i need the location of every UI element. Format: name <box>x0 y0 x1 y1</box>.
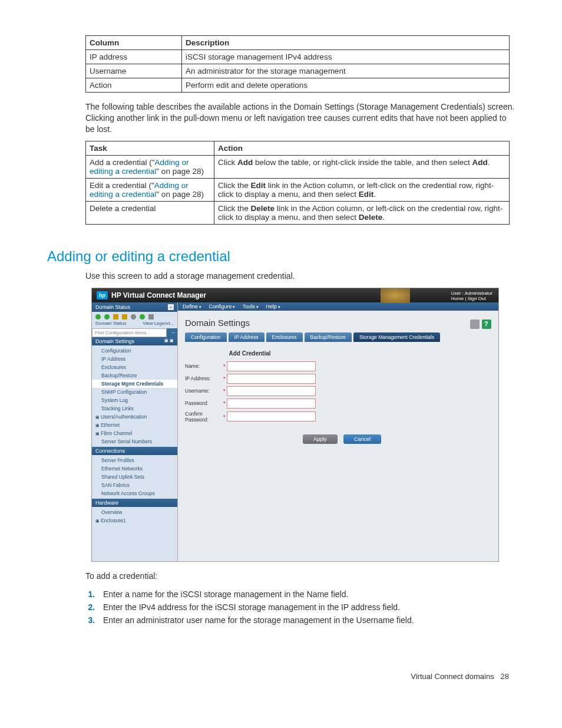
menu-help[interactable]: Help <box>266 304 280 309</box>
status-warn-icon <box>113 314 118 319</box>
page-title: Domain Settings <box>185 318 491 328</box>
step-item: Enter the IPv4 address for the iSCSI sto… <box>97 602 515 612</box>
nav-item-users-auth[interactable]: Users/Authentication <box>92 413 177 421</box>
tab-configuration[interactable]: Configuration <box>185 332 227 342</box>
nav-list-domain: Configuration IP Address Enclosures Back… <box>92 345 177 447</box>
nav-item-enclosure1[interactable]: Enclosure1 <box>92 516 177 525</box>
tab-enclosures[interactable]: Enclosures <box>266 332 303 342</box>
hp-logo-icon: hp <box>97 291 108 299</box>
tab-storage-mgmt-creds[interactable]: Storage Management Credentials <box>353 332 440 342</box>
status-other-icon <box>148 314 154 319</box>
collapse-icon[interactable]: − <box>168 304 174 310</box>
nav-item-snmp[interactable]: SNMP Configuration <box>92 388 177 396</box>
user-info: User : Administrator Home | Sign Out <box>451 291 492 302</box>
status-ok-icon <box>95 314 101 319</box>
cancel-button[interactable]: Cancel <box>343 434 381 444</box>
steps-list: Enter a name for the iSCSI storage manag… <box>85 589 515 625</box>
table-row: Edit a credential ("Adding or editing a … <box>86 178 510 201</box>
th-action: Action <box>214 141 510 155</box>
app-title: HP Virtual Connect Manager <box>111 291 206 299</box>
search-button[interactable]: → <box>167 328 177 337</box>
label-username: Username: <box>185 388 223 394</box>
view-legend-link[interactable]: View Legend... <box>143 321 174 326</box>
tabs: Configuration IP Address Enclosures Back… <box>185 332 491 342</box>
status-unknown-icon <box>131 314 136 319</box>
task-action-table: Task Action Add a credential ("Adding or… <box>85 141 510 225</box>
steps-intro: To add a credential: <box>85 571 515 582</box>
label-confirm-password: Confirm Password: <box>185 411 223 423</box>
label-password: Password: <box>185 400 223 406</box>
signout-link[interactable]: Sign Out <box>468 296 486 301</box>
nav-item-backup-restore[interactable]: Backup/Restore <box>92 371 177 380</box>
form-title: Add Credential <box>185 350 315 357</box>
step-item: Enter a name for the iSCSI storage manag… <box>97 589 515 599</box>
domain-status-label: Domain Status <box>95 321 126 326</box>
password-field[interactable] <box>227 398 316 409</box>
help-icon[interactable] <box>482 319 491 329</box>
page-footer: Virtual Connect domains 28 <box>47 672 515 681</box>
domain-status-header: Domain Status − <box>92 302 177 312</box>
status-ok-icon <box>140 314 145 319</box>
nav-item-stacking-links[interactable]: Stacking Links <box>92 404 177 413</box>
name-field[interactable] <box>227 361 316 371</box>
search-input[interactable] <box>92 328 167 337</box>
nav-item-system-log[interactable]: System Log <box>92 396 177 404</box>
nav-item-ip-address[interactable]: IP Address <box>92 355 177 363</box>
vc-manager-screenshot: hp HP Virtual Connect Manager User : Adm… <box>91 288 499 562</box>
tab-backup-restore[interactable]: Backup/Restore <box>305 332 352 342</box>
username-field[interactable] <box>227 386 316 396</box>
menu-define[interactable]: Define <box>183 304 201 309</box>
step-item: Enter an administrator user name for the… <box>97 615 515 625</box>
print-icon[interactable] <box>470 319 480 329</box>
trophy-icon <box>381 288 410 303</box>
label-ip: IP Address: <box>185 375 223 381</box>
label-name: Name: <box>185 363 223 369</box>
search-bar: → <box>92 328 177 337</box>
nav-section-domain-settings[interactable]: Domain Settings▣ ▣ <box>92 337 177 345</box>
section-intro: Use this screen to add a storage managem… <box>85 271 515 282</box>
menu-configure[interactable]: Configure <box>209 304 235 309</box>
th-column: Column <box>86 36 182 50</box>
nav-section-connections[interactable]: Connections <box>92 447 177 455</box>
left-nav: Domain Status − Domain Status View Legen… <box>92 302 178 561</box>
nav-list-hardware: Overview Enclosure1 <box>92 507 177 526</box>
nav-item-san-fabrics[interactable]: SAN Fabrics <box>92 481 177 489</box>
nav-item-network-access[interactable]: Network Access Groups <box>92 489 177 498</box>
table-row: IP address iSCSI storage management IPv4… <box>86 50 510 64</box>
menu-tools[interactable]: Tools <box>243 304 259 309</box>
nav-item-fibre-channel[interactable]: Fibre Channel <box>92 429 177 437</box>
table-row: Action Perform edit and delete operation… <box>86 78 510 93</box>
table-row: Username An administrator for the storag… <box>86 64 510 78</box>
nav-item-configuration[interactable]: Configuration <box>92 347 177 355</box>
tab-ip-address[interactable]: IP Address <box>229 332 265 342</box>
nav-item-server-serial[interactable]: Server Serial Numbers <box>92 437 177 446</box>
nav-section-hardware[interactable]: Hardware <box>92 499 177 507</box>
th-task: Task <box>86 141 214 155</box>
main-content: Define Configure Tools Help Domain Setti… <box>178 302 498 561</box>
vc-titlebar: hp HP Virtual Connect Manager User : Adm… <box>92 288 498 302</box>
apply-button[interactable]: Apply <box>303 434 338 444</box>
status-warn-icon <box>122 314 127 319</box>
nav-item-ethernet-networks[interactable]: Ethernet Networks <box>92 465 177 473</box>
nav-item-server-profiles[interactable]: Server Profiles <box>92 456 177 465</box>
table-row: Delete a credential Click the Delete lin… <box>86 201 510 224</box>
nav-item-shared-uplink[interactable]: Shared Uplink Sets <box>92 473 177 481</box>
nav-list-connections: Server Profiles Ethernet Networks Shared… <box>92 455 177 499</box>
nav-item-enclosures[interactable]: Enclosures <box>92 363 177 371</box>
table-row: Add a credential ("Adding or editing a c… <box>86 155 510 178</box>
th-description: Description <box>182 36 510 50</box>
confirm-password-field[interactable] <box>227 411 316 421</box>
status-ok-icon <box>104 314 110 319</box>
home-link[interactable]: Home <box>451 296 464 301</box>
column-description-table: Column Description IP address iSCSI stor… <box>85 35 510 93</box>
status-icons-row <box>92 312 177 321</box>
ip-address-field[interactable] <box>227 374 316 384</box>
nav-item-ethernet[interactable]: Ethernet <box>92 421 177 429</box>
nav-item-overview[interactable]: Overview <box>92 508 177 516</box>
section-heading: Adding or editing a credential <box>47 248 515 265</box>
nav-item-storage-mgmt-creds[interactable]: Storage Mgmt Credentials <box>92 380 177 388</box>
intro-paragraph: The following table describes the availa… <box>85 101 515 135</box>
menubar: Define Configure Tools Help <box>178 302 498 311</box>
